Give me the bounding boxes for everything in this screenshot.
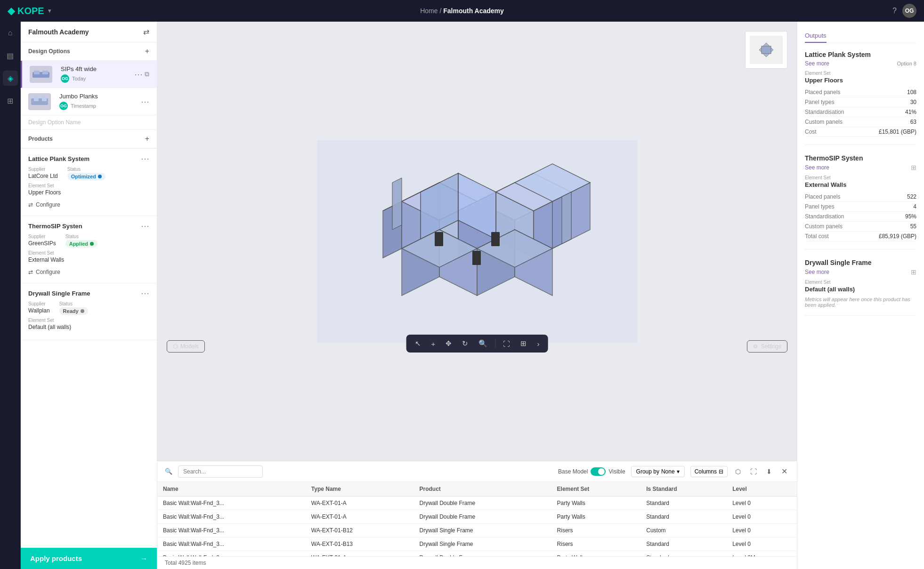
metric-value-0-3: 63 [910, 119, 916, 125]
table-cell: WA-EXT-01-B13 [306, 537, 414, 551]
output-section-name-0: Lattice Plank System [805, 51, 916, 58]
help-icon[interactable]: ? [892, 7, 897, 15]
table-row[interactable]: Basic Wall:Wall-Fnd_3...WA-EXT-01-ADrywa… [157, 551, 797, 557]
search-input[interactable] [178, 465, 263, 478]
design-option-timestamp-1: Timestamp [71, 103, 96, 109]
toolbar-table-btn[interactable]: ⊞ [518, 337, 529, 350]
iconbar-home[interactable]: ⌂ [3, 25, 18, 40]
settings-btn[interactable]: ⚙ Settings [747, 340, 787, 353]
apply-products-btn[interactable]: Apply products → [21, 548, 157, 569]
see-more-link-2[interactable]: See more [805, 269, 829, 275]
table-cell: Basic Wall:Wall-Fnd_3... [157, 510, 306, 524]
products-list: Lattice Plank System ⋯ Supplier LatCore … [21, 148, 157, 548]
design-option-avatar-1: OG [59, 102, 68, 110]
output-section-name-1: ThermoSIP Systen [805, 154, 916, 162]
table-cell: Drywall Double Frame [414, 497, 551, 510]
design-option-menu-0[interactable]: ⋯ [134, 70, 143, 79]
table-expand-btn[interactable]: ⛶ [748, 466, 759, 477]
table-row[interactable]: Basic Wall:Wall-Fnd_3...WA-EXT-01-ADrywa… [157, 510, 797, 524]
product-name-1: ThermoSIP Systen [28, 223, 82, 230]
table-cell: WA-EXT-01-A [306, 497, 414, 510]
apply-arrow-icon: → [140, 554, 147, 562]
metric-label-1-2: Standardisation [805, 213, 844, 220]
design-options-list: SIPs 4ft wide OG Today ⋯ ⧉ [21, 61, 157, 130]
sidebar-settings-btn[interactable]: ⇄ [143, 27, 149, 36]
app-name: KOPE [17, 6, 44, 16]
table-row[interactable]: Basic Wall:Wall-Fnd_3...WA-EXT-01-B12Dry… [157, 524, 797, 537]
output-el-label-0: Element Set [805, 71, 916, 76]
configure-btn-0[interactable]: ⇄ Configure [28, 200, 60, 210]
toolbar-select-btn[interactable]: ↖ [412, 337, 424, 350]
logo-icon: ◆ [8, 5, 15, 16]
element-set-value-1: External Walls [28, 256, 149, 263]
grid-icon-2: ⊞ [911, 268, 916, 276]
toolbar-sep-1 [495, 339, 495, 348]
group-by-btn[interactable]: Group by None ▾ [631, 466, 685, 477]
metric-label-0-3: Custom panels [805, 119, 843, 125]
see-more-link-1[interactable]: See more [805, 164, 829, 171]
breadcrumb-home[interactable]: Home [420, 7, 438, 15]
svg-rect-37 [762, 46, 771, 54]
status-label-0: Status [67, 167, 105, 172]
product-card-2: Drywall Single Frame ⋯ Supplier Wallplan… [21, 283, 157, 340]
svg-rect-2 [42, 71, 48, 74]
metric-row-0-0: Placed panels108 [805, 88, 916, 97]
table-cell: Basic Wall:Wall-Fnd_3... [157, 537, 306, 551]
product-menu-1[interactable]: ⋯ [141, 222, 149, 230]
viewport-3d[interactable]: ⬡ Models ⚙ Settings ↖ + ✥ ↻ 🔍 ⛶ ⊞ › [157, 22, 797, 461]
toolbar-zoom-btn[interactable]: 🔍 [476, 337, 490, 350]
status-label-1: Status [65, 234, 97, 239]
toolbar-expand-btn[interactable]: ⛶ [500, 338, 513, 350]
columns-btn[interactable]: Columns ⊟ [690, 466, 728, 477]
table-header-row: Name Type Name Product Element Set Is St… [157, 482, 797, 497]
base-model-switch[interactable] [591, 467, 606, 476]
svg-rect-34 [472, 251, 481, 265]
sidebar-header: Falmouth Academy ⇄ [21, 22, 157, 42]
metric-row-1-1: Panel types4 [805, 202, 916, 212]
configure-btn-1[interactable]: ⇄ Configure [28, 267, 60, 277]
sidebar: Falmouth Academy ⇄ Design Options + SIPs… [21, 22, 157, 569]
table-cell: Drywall Double Frame [414, 510, 551, 524]
svg-marker-25 [562, 192, 571, 244]
table-close-btn[interactable]: ✕ [779, 465, 789, 478]
iconbar-folder[interactable]: ▤ [3, 48, 18, 63]
products-label: Products [28, 136, 53, 142]
toolbar-add-btn[interactable]: + [429, 338, 438, 350]
tab-outputs[interactable]: Outputs [805, 29, 827, 43]
product-menu-0[interactable]: ⋯ [141, 154, 149, 163]
iconbar-grid[interactable]: ⊞ [3, 93, 18, 108]
outputs-container: Lattice Plank SystemSee moreOption 8Elem… [805, 51, 916, 316]
metric-label-0-4: Cost [805, 128, 817, 135]
design-option-item-1[interactable]: Jumbo Planks OG Timestamp ⋯ [21, 88, 157, 115]
design-option-item-0[interactable]: SIPs 4ft wide OG Today ⋯ ⧉ [21, 61, 157, 88]
add-design-option-btn[interactable]: + [145, 47, 149, 56]
table-row[interactable]: Basic Wall:Wall-Fnd_3...WA-EXT-01-B13Dry… [157, 537, 797, 551]
avatar[interactable]: OG [902, 4, 916, 18]
metric-value-1-1: 4 [913, 203, 916, 210]
dropdown-icon[interactable]: ▾ [48, 8, 51, 14]
supplier-label-1: Supplier [28, 234, 56, 239]
metric-label-0-0: Placed panels [805, 89, 840, 96]
element-set-value-2: Default (all walls) [28, 324, 149, 330]
table-pin-btn[interactable]: ⬡ [733, 466, 743, 477]
table-row[interactable]: Basic Wall:Wall-Fnd_3...WA-EXT-01-ADrywa… [157, 497, 797, 510]
topbar: ◆ KOPE ▾ Home / Falmouth Academy ? OG [0, 0, 924, 22]
output-section-1: ThermoSIP SystenSee more⊞Element SetExte… [805, 154, 916, 249]
toolbar-rotate-btn[interactable]: ↻ [459, 337, 471, 350]
iconbar-design[interactable]: ◈ [3, 71, 18, 86]
design-option-menu-1[interactable]: ⋯ [141, 97, 149, 106]
toolbar-move-btn[interactable]: ✥ [443, 337, 454, 350]
toolbar-next-btn[interactable]: › [534, 338, 542, 350]
table-footer: Total 4925 items [157, 556, 797, 569]
see-more-link-0[interactable]: See more [805, 60, 829, 67]
table-download-btn[interactable]: ⬇ [764, 466, 774, 477]
models-btn[interactable]: ⬡ Models [167, 340, 205, 353]
product-menu-2[interactable]: ⋯ [141, 289, 149, 297]
metric-row-0-1: Panel types30 [805, 97, 916, 107]
add-product-btn[interactable]: + [145, 135, 149, 143]
metric-value-1-2: 95% [905, 213, 916, 220]
design-option-copy-0[interactable]: ⧉ [145, 70, 149, 78]
configure-icon-0: ⇄ [28, 201, 33, 208]
svg-rect-1 [34, 71, 40, 74]
columns-label: Columns [695, 468, 717, 475]
